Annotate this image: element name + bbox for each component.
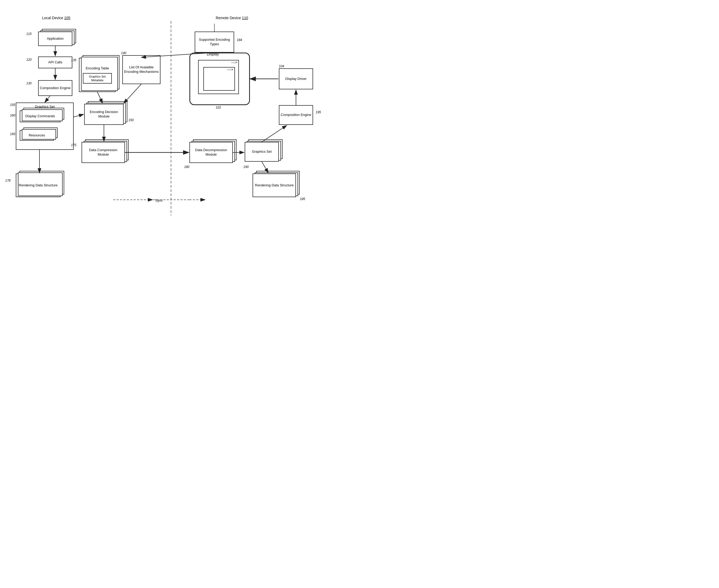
- svg-line-8: [97, 92, 103, 103]
- data-compression-ref: 175: [71, 143, 76, 147]
- display-area: —□✕ —□✕: [189, 52, 250, 105]
- graphics-set-metadata-box: Graphics Set Metadata: [83, 73, 112, 84]
- composition-engine-local-box: Composition Engine: [38, 80, 72, 96]
- rendering-remote-ref: 185: [300, 197, 305, 201]
- display-commands-box: Display Commands: [20, 110, 60, 122]
- list-encoding-box: List Of Avaiaible Encoding Mechanisms: [122, 55, 160, 84]
- supported-encoding-box: Supported Encoding Types: [195, 31, 234, 52]
- encoding-decision-ref: 150: [128, 118, 134, 122]
- encoding-decision-box: Encoding Decision Module: [84, 104, 124, 125]
- svg-line-6: [74, 114, 84, 117]
- comp-engine-local-ref: 130: [26, 82, 32, 85]
- data-decompression-box: Data Decompression Module: [189, 142, 233, 163]
- api-calls-box: API Calls: [38, 57, 72, 68]
- graphics-set-local-ref: 155: [10, 103, 15, 107]
- svg-line-9: [124, 84, 141, 103]
- composition-engine-remote-box: Composition Engine: [279, 105, 313, 125]
- display-window-inner: —□✕: [203, 67, 235, 91]
- sync-label: Sync: [155, 198, 163, 203]
- rendering-local-ref: 178: [5, 179, 11, 183]
- svg-line-5: [45, 96, 50, 103]
- encoding-table-box: Encoding Table Graphics Set Metadata: [79, 58, 116, 92]
- comp-engine-remote-ref: 195: [316, 110, 321, 114]
- data-decompression-ref: 180: [184, 165, 189, 169]
- application-ref: 115: [26, 32, 32, 36]
- rendering-remote-box: Rendering Data Structure: [253, 173, 296, 197]
- svg-line-14: [262, 162, 268, 173]
- application-box: Application: [38, 31, 72, 46]
- encoding-table-ref: 135: [71, 58, 76, 62]
- diagram: Local Device 105 Remote Device 110 Appli…: [0, 0, 359, 294]
- graphics-set-remote-ref: 190: [243, 165, 248, 169]
- data-compression-box: Data Compression Module: [82, 142, 125, 163]
- api-calls-ref: 120: [26, 58, 32, 62]
- display-driver-ref: 104: [279, 64, 284, 68]
- rendering-local-box: Rendering Data Structure: [16, 173, 60, 197]
- svg-line-13: [262, 125, 287, 142]
- graphics-set-remote-box: Graphics Set: [245, 142, 279, 162]
- display-driver-box: Display Driver: [279, 68, 313, 89]
- resources-box: Resources: [20, 130, 54, 141]
- resources-ref: 165: [10, 132, 15, 136]
- local-device-label: Local Device 105: [42, 16, 70, 20]
- list-encoding-ref: 140: [121, 51, 126, 55]
- remote-device-label: Remote Device 110: [216, 16, 248, 20]
- supported-encoding-ref: 184: [237, 38, 242, 42]
- display-label: Display: [207, 52, 219, 56]
- display-window-outer: —□✕ —□✕: [198, 60, 239, 94]
- display-ref: 102: [216, 106, 221, 109]
- display-commands-ref: 160: [10, 113, 15, 117]
